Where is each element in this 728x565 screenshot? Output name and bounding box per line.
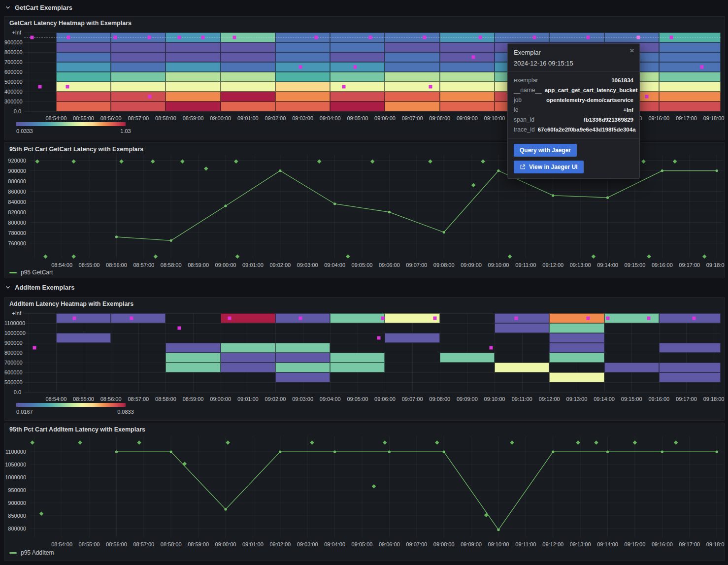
data-point[interactable] <box>443 451 445 453</box>
data-point[interactable] <box>333 451 336 453</box>
exemplar-marker[interactable] <box>532 36 536 39</box>
exemplar-diamond[interactable] <box>674 440 678 444</box>
exemplar-marker[interactable] <box>38 85 42 89</box>
data-point[interactable] <box>279 169 281 172</box>
exemplar-diamond[interactable] <box>428 159 432 163</box>
data-point[interactable] <box>115 235 118 238</box>
exemplar-diamond[interactable] <box>234 159 238 163</box>
exemplar-marker[interactable] <box>148 95 151 99</box>
exemplar-marker[interactable] <box>315 36 318 39</box>
exemplar-marker[interactable] <box>342 85 346 89</box>
legend[interactable]: p95 GetCart <box>9 269 53 276</box>
exemplar-diamond[interactable] <box>310 440 314 444</box>
legend[interactable]: p95 AddItem <box>9 549 54 556</box>
exemplar-marker[interactable] <box>298 66 302 69</box>
exemplar-marker[interactable] <box>647 317 651 320</box>
exemplar-diamond[interactable] <box>471 183 475 187</box>
exemplar-marker[interactable] <box>30 36 33 39</box>
exemplar-diamond[interactable] <box>435 440 439 444</box>
row-header-additem-exemplars[interactable]: AddItem Exemplars <box>0 280 728 295</box>
exemplar-marker[interactable] <box>201 36 204 39</box>
exemplar-diamond[interactable] <box>35 159 39 163</box>
row-header-getcart-exemplars[interactable]: GetCart Exemplars <box>0 0 728 15</box>
data-point[interactable] <box>661 451 663 453</box>
exemplar-marker[interactable] <box>298 317 302 320</box>
exemplar-diamond[interactable] <box>204 166 208 170</box>
exemplar-marker[interactable] <box>228 317 232 320</box>
exemplar-diamond[interactable] <box>702 255 706 259</box>
exemplar-marker[interactable] <box>606 317 609 320</box>
exemplar-marker[interactable] <box>587 36 590 39</box>
exemplar-marker[interactable] <box>429 85 432 89</box>
exemplar-marker[interactable] <box>66 85 69 89</box>
exemplar-diamond[interactable] <box>484 513 488 517</box>
exemplar-diamond[interactable] <box>481 159 485 163</box>
exemplar-diamond[interactable] <box>346 255 350 259</box>
exemplar-marker[interactable] <box>33 346 36 350</box>
exemplar-diamond[interactable] <box>43 255 47 259</box>
exemplar-diamond[interactable] <box>71 255 75 259</box>
exemplar-marker[interactable] <box>354 66 357 69</box>
exemplar-marker[interactable] <box>693 317 696 320</box>
exemplar-diamond[interactable] <box>641 159 645 163</box>
exemplar-diamond[interactable] <box>78 440 82 444</box>
data-point[interactable] <box>170 239 172 242</box>
exemplar-diamond[interactable] <box>592 255 596 259</box>
data-point[interactable] <box>279 451 281 453</box>
exemplar-diamond[interactable] <box>647 255 651 259</box>
exemplar-diamond[interactable] <box>154 255 158 259</box>
exemplar-marker[interactable] <box>368 36 372 39</box>
exemplar-diamond[interactable] <box>71 159 75 163</box>
exemplar-diamond[interactable] <box>235 255 239 259</box>
data-point[interactable] <box>388 451 391 453</box>
exemplar-diamond[interactable] <box>510 440 514 444</box>
exemplar-marker[interactable] <box>514 317 518 320</box>
exemplar-marker[interactable] <box>489 346 493 350</box>
data-point[interactable] <box>661 169 663 172</box>
close-icon[interactable]: ✕ <box>629 48 634 54</box>
exemplar-diamond[interactable] <box>673 159 677 163</box>
exemplar-diamond[interactable] <box>30 440 34 444</box>
exemplar-marker[interactable] <box>72 317 76 320</box>
exemplar-marker[interactable] <box>130 317 133 320</box>
data-point[interactable] <box>170 451 172 453</box>
exemplar-diamond[interactable] <box>226 440 230 444</box>
data-point[interactable] <box>224 508 227 510</box>
exemplar-marker[interactable] <box>479 36 482 39</box>
exemplar-diamond[interactable] <box>594 440 598 444</box>
exemplar-diamond[interactable] <box>383 440 387 444</box>
data-point[interactable] <box>388 211 391 213</box>
data-point[interactable] <box>552 194 554 197</box>
exemplar-marker[interactable] <box>637 36 640 39</box>
data-point[interactable] <box>224 204 227 207</box>
data-point[interactable] <box>497 169 499 172</box>
legend-label[interactable]: p95 GetCart <box>21 269 53 276</box>
exemplar-marker[interactable] <box>645 95 648 99</box>
exemplar-diamond[interactable] <box>137 440 141 444</box>
exemplar-diamond[interactable] <box>119 159 123 163</box>
exemplar-marker[interactable] <box>232 36 236 39</box>
exemplar-diamond[interactable] <box>183 462 187 465</box>
exemplar-diamond[interactable] <box>633 440 637 444</box>
exemplar-marker[interactable] <box>381 317 384 320</box>
data-point[interactable] <box>443 231 445 233</box>
data-point[interactable] <box>716 451 718 453</box>
data-point[interactable] <box>606 451 609 453</box>
exemplar-diamond[interactable] <box>370 159 374 163</box>
exemplar-diamond[interactable] <box>508 255 512 259</box>
exemplar-diamond[interactable] <box>576 440 580 444</box>
exemplar-marker[interactable] <box>587 317 590 320</box>
data-point[interactable] <box>333 202 336 205</box>
exemplar-marker[interactable] <box>472 56 475 59</box>
view-in-jaeger-button[interactable]: View in Jaeger UI <box>514 161 584 173</box>
exemplar-marker[interactable] <box>148 36 151 39</box>
data-point[interactable] <box>497 529 499 531</box>
data-point[interactable] <box>606 197 609 199</box>
data-point[interactable] <box>716 169 718 172</box>
query-with-jaeger-button[interactable]: Query with Jaeger <box>514 144 577 157</box>
data-point[interactable] <box>552 451 554 453</box>
exemplar-marker[interactable] <box>377 336 381 340</box>
exemplar-diamond[interactable] <box>317 159 321 163</box>
data-point[interactable] <box>115 451 118 453</box>
exemplar-marker[interactable] <box>433 317 437 320</box>
